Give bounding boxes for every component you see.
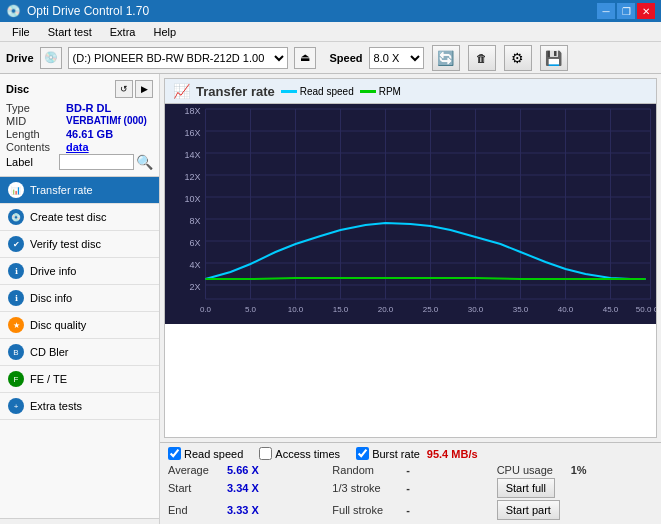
stat-random-label: Random xyxy=(332,464,402,476)
settings-button[interactable]: ⚙ xyxy=(504,45,532,71)
stat-cpu-value: 1% xyxy=(571,464,591,476)
stat-end-row: End 3.33 X xyxy=(168,500,324,520)
nav-drive-info[interactable]: ℹ Drive info xyxy=(0,258,159,285)
chart-title: Transfer rate xyxy=(196,84,275,99)
burst-rate-checkbox[interactable] xyxy=(356,447,369,460)
menu-file[interactable]: File xyxy=(4,24,38,40)
start-full-button[interactable]: Start full xyxy=(497,478,555,498)
disc-mid-value: VERBATIMf (000) xyxy=(66,115,147,127)
disc-contents-label: Contents xyxy=(6,141,66,153)
stat-fullstroke-value: - xyxy=(406,504,426,516)
erase-button[interactable]: 🗑 xyxy=(468,45,496,71)
nav-transfer-rate-label: Transfer rate xyxy=(30,184,93,196)
nav-disc-quality-label: Disc quality xyxy=(30,319,86,331)
svg-text:50.0 GB: 50.0 GB xyxy=(636,305,656,314)
nav-extra-tests-label: Extra tests xyxy=(30,400,82,412)
disc-refresh-button[interactable]: ↺ xyxy=(115,80,133,98)
menu-extra[interactable]: Extra xyxy=(102,24,144,40)
nav-verify-test-disc[interactable]: ✔ Verify test disc xyxy=(0,231,159,258)
create-test-disc-icon: 💿 xyxy=(8,209,24,225)
disc-info-button[interactable]: ▶ xyxy=(135,80,153,98)
nav-disc-info[interactable]: ℹ Disc info xyxy=(0,285,159,312)
disc-info-icon: ℹ xyxy=(8,290,24,306)
svg-text:8X: 8X xyxy=(189,216,200,226)
status-window[interactable]: Status window > > xyxy=(0,518,159,524)
nav-fe-te[interactable]: F FE / TE xyxy=(0,366,159,393)
stat-start-label: Start xyxy=(168,482,223,494)
legend-read-speed-color xyxy=(281,90,297,93)
nav-items: 📊 Transfer rate 💿 Create test disc ✔ Ver… xyxy=(0,177,159,518)
access-times-label: Access times xyxy=(275,448,340,460)
checkbox-access-times[interactable]: Access times xyxy=(259,447,340,460)
minimize-button[interactable]: ─ xyxy=(597,3,615,19)
extra-tests-icon: + xyxy=(8,398,24,414)
access-times-checkbox[interactable] xyxy=(259,447,272,460)
checkbox-read-speed[interactable]: Read speed xyxy=(168,447,243,460)
svg-text:2X: 2X xyxy=(189,282,200,292)
stat-average-row: Average 5.66 X xyxy=(168,464,324,476)
refresh-button[interactable]: 🔄 xyxy=(432,45,460,71)
nav-extra-tests[interactable]: + Extra tests xyxy=(0,393,159,420)
save-button[interactable]: 💾 xyxy=(540,45,568,71)
stat-random-value: - xyxy=(406,464,426,476)
stat-end-value: 3.33 X xyxy=(227,504,267,516)
close-button[interactable]: ✕ xyxy=(637,3,655,19)
stat-cpu-label: CPU usage xyxy=(497,464,567,476)
svg-text:10.0: 10.0 xyxy=(288,305,304,314)
speed-select[interactable]: 8.0 X xyxy=(369,47,424,69)
start-part-button[interactable]: Start part xyxy=(497,500,560,520)
read-speed-label: Read speed xyxy=(184,448,243,460)
nav-cd-bler[interactable]: B CD Bler xyxy=(0,339,159,366)
restore-button[interactable]: ❐ xyxy=(617,3,635,19)
disc-type-row: Type BD-R DL xyxy=(6,102,153,114)
menu-help[interactable]: Help xyxy=(145,24,184,40)
checkbox-burst-rate[interactable]: Burst rate 95.4 MB/s xyxy=(356,447,477,460)
svg-text:40.0: 40.0 xyxy=(558,305,574,314)
svg-text:18X: 18X xyxy=(184,106,200,116)
nav-disc-quality[interactable]: ★ Disc quality xyxy=(0,312,159,339)
svg-text:30.0: 30.0 xyxy=(468,305,484,314)
transfer-rate-icon: 📊 xyxy=(8,182,24,198)
nav-create-test-disc-label: Create test disc xyxy=(30,211,106,223)
stat-average-value: 5.66 X xyxy=(227,464,267,476)
disc-length-label: Length xyxy=(6,128,66,140)
menu-start-test[interactable]: Start test xyxy=(40,24,100,40)
disc-quality-icon: ★ xyxy=(8,317,24,333)
legend-rpm-label: RPM xyxy=(379,86,401,97)
svg-text:4X: 4X xyxy=(189,260,200,270)
nav-create-test-disc[interactable]: 💿 Create test disc xyxy=(0,204,159,231)
sidebar: Disc ↺ ▶ Type BD-R DL MID VERBATIMf (000… xyxy=(0,74,160,524)
stat-start-value: 3.34 X xyxy=(227,482,267,494)
disc-mid-row: MID VERBATIMf (000) xyxy=(6,115,153,127)
disc-label-input[interactable] xyxy=(59,154,134,170)
drive-info-icon: ℹ xyxy=(8,263,24,279)
app-icon: 💿 xyxy=(6,4,21,18)
svg-text:0.0: 0.0 xyxy=(200,305,212,314)
stat-start-row: Start 3.34 X xyxy=(168,478,324,498)
read-speed-checkbox[interactable] xyxy=(168,447,181,460)
content-area: 📈 Transfer rate Read speed RPM xyxy=(160,74,661,524)
stat-fullstroke-label: Full stroke xyxy=(332,504,402,516)
app-title: Opti Drive Control 1.70 xyxy=(27,4,149,18)
burst-rate-label: Burst rate xyxy=(372,448,420,460)
stat-startpart-row: Start part xyxy=(497,500,653,520)
drivebar: Drive 💿 (D:) PIONEER BD-RW BDR-212D 1.00… xyxy=(0,42,661,74)
drive-select[interactable]: (D:) PIONEER BD-RW BDR-212D 1.00 xyxy=(68,47,288,69)
legend-rpm-color xyxy=(360,90,376,93)
svg-text:16X: 16X xyxy=(184,128,200,138)
stat-startfull-row: Start full xyxy=(497,478,653,498)
disc-mid-label: MID xyxy=(6,115,66,127)
fe-te-icon: F xyxy=(8,371,24,387)
eject-button[interactable]: ⏏ xyxy=(294,47,316,69)
disc-title: Disc xyxy=(6,83,29,95)
svg-text:12X: 12X xyxy=(184,172,200,182)
verify-test-disc-icon: ✔ xyxy=(8,236,24,252)
stat-average-label: Average xyxy=(168,464,223,476)
checkboxes-row: Read speed Access times Burst rate 95.4 … xyxy=(168,447,653,460)
nav-transfer-rate[interactable]: 📊 Transfer rate xyxy=(0,177,159,204)
disc-label-icon[interactable]: 🔍 xyxy=(136,154,153,170)
legend-read-speed: Read speed xyxy=(281,86,354,97)
disc-icons: ↺ ▶ xyxy=(115,80,153,98)
disc-contents-value[interactable]: data xyxy=(66,141,89,153)
nav-fe-te-label: FE / TE xyxy=(30,373,67,385)
